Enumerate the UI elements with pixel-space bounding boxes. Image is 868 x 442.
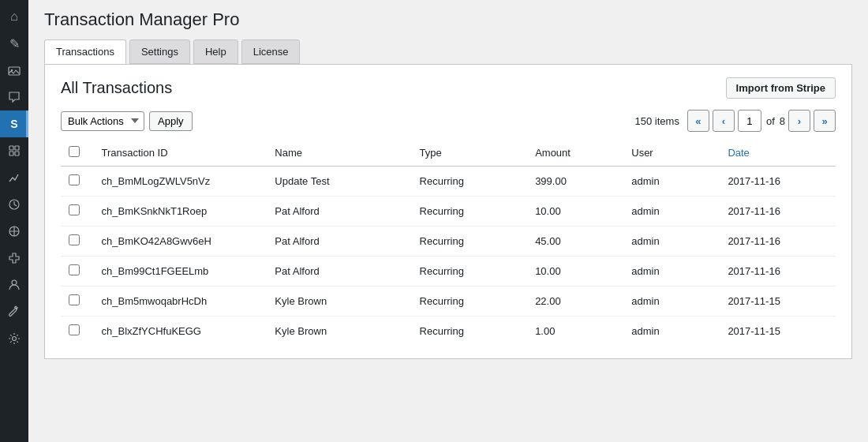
cell-id-0: ch_BmMLogZWLV5nVz xyxy=(94,167,268,197)
pagination: 150 items « ‹ of 8 › » xyxy=(635,110,836,132)
cell-user-0: admin xyxy=(623,167,720,197)
cell-amount-1: 10.00 xyxy=(527,197,623,227)
items-count: 150 items xyxy=(635,115,679,127)
cell-id-3: ch_Bm99Ct1FGEELmb xyxy=(94,257,268,287)
page-of-label: of xyxy=(766,115,775,127)
tab-help[interactable]: Help xyxy=(193,39,238,64)
svg-point-7 xyxy=(12,280,17,285)
col-header-type: Type xyxy=(412,140,528,167)
svg-rect-2 xyxy=(9,146,13,150)
cell-name-4: Kyle Brown xyxy=(267,287,411,317)
analytics-icon[interactable] xyxy=(0,164,28,191)
col-header-user: User xyxy=(623,140,720,167)
row-checkbox-0[interactable] xyxy=(69,174,80,185)
cell-date-4: 2017-11-15 xyxy=(720,287,836,317)
media-icon[interactable] xyxy=(0,57,28,84)
col-header-id: Transaction ID xyxy=(94,140,268,167)
row-checkbox-3[interactable] xyxy=(69,264,80,275)
cell-date-3: 2017-11-16 xyxy=(720,257,836,287)
page-title: Transaction Manager Pro xyxy=(44,9,852,30)
tools-icon[interactable] xyxy=(0,298,28,325)
col-header-amount: Amount xyxy=(527,140,623,167)
import-from-stripe-button[interactable]: Import from Stripe xyxy=(726,77,836,99)
tab-transactions[interactable]: Transactions xyxy=(44,39,126,64)
table-row: ch_BmMLogZWLV5nVz Update Test Recurring … xyxy=(61,167,836,197)
cell-amount-0: 399.00 xyxy=(527,167,623,197)
cell-amount-3: 10.00 xyxy=(527,257,623,287)
cell-id-5: ch_BlxZfYCHfuKEGG xyxy=(94,317,268,346)
cell-user-2: admin xyxy=(623,227,720,257)
section-title: All Transactions xyxy=(61,79,172,97)
cell-id-2: ch_BmKO42A8Gwv6eH xyxy=(94,227,268,257)
row-checkbox-4[interactable] xyxy=(69,294,80,305)
last-page-button[interactable]: » xyxy=(814,110,836,132)
cell-type-3: Recurring xyxy=(412,257,528,287)
svg-rect-5 xyxy=(15,152,19,155)
row-checkbox-1[interactable] xyxy=(69,204,80,215)
apply-button[interactable]: Apply xyxy=(149,111,193,131)
table-row: ch_BlxZfYCHfuKEGG Kyle Brown Recurring 1… xyxy=(61,317,836,346)
svg-point-8 xyxy=(13,337,17,341)
col-header-name: Name xyxy=(267,140,411,167)
cell-name-5: Kyle Brown xyxy=(267,317,411,346)
table-row: ch_BmKO42A8Gwv6eH Pat Alford Recurring 4… xyxy=(61,227,836,257)
select-all-checkbox[interactable] xyxy=(69,146,80,157)
bulk-actions-select[interactable]: Bulk Actions xyxy=(61,111,144,131)
cell-id-1: ch_BmKSnkNkT1Roep xyxy=(94,197,268,227)
cell-user-4: admin xyxy=(623,287,720,317)
cell-date-0: 2017-11-16 xyxy=(720,167,836,197)
cell-user-3: admin xyxy=(623,257,720,287)
sidebar: ⌂ ✎ S xyxy=(0,0,28,442)
cell-type-5: Recurring xyxy=(412,317,528,346)
toolbar-left: Bulk Actions Apply xyxy=(61,111,193,131)
svg-rect-3 xyxy=(15,146,19,150)
cell-amount-2: 45.00 xyxy=(527,227,623,257)
row-checkbox-2[interactable] xyxy=(69,234,80,245)
cell-amount-4: 22.00 xyxy=(527,287,623,317)
cell-date-5: 2017-11-15 xyxy=(720,317,836,346)
cell-name-2: Pat Alford xyxy=(267,227,411,257)
row-checkbox-5[interactable] xyxy=(69,324,80,335)
cell-user-5: admin xyxy=(623,317,720,346)
cell-type-4: Recurring xyxy=(412,287,528,317)
cell-name-0: Update Test xyxy=(267,167,411,197)
page-total: 8 xyxy=(780,115,785,127)
cell-type-1: Recurring xyxy=(412,197,528,227)
table-row: ch_BmKSnkNkT1Roep Pat Alford Recurring 1… xyxy=(61,197,836,227)
section-header: All Transactions Import from Stripe xyxy=(61,77,836,99)
cell-type-2: Recurring xyxy=(412,227,528,257)
cell-date-2: 2017-11-16 xyxy=(720,227,836,257)
tab-settings[interactable]: Settings xyxy=(129,39,190,64)
marketing-icon[interactable] xyxy=(0,191,28,218)
main-content: Transaction Manager Pro Transactions Set… xyxy=(28,0,868,442)
products-icon[interactable] xyxy=(0,137,28,164)
appearance-icon[interactable] xyxy=(0,218,28,245)
toolbar: Bulk Actions Apply 150 items « ‹ of 8 › … xyxy=(61,110,836,132)
content-area: All Transactions Import from Stripe Bulk… xyxy=(44,64,852,359)
tab-license[interactable]: License xyxy=(241,39,301,64)
users-icon[interactable] xyxy=(0,272,28,298)
tab-bar: Transactions Settings Help License xyxy=(44,39,852,64)
first-page-button[interactable]: « xyxy=(687,110,709,132)
transactions-table: Transaction ID Name Type Amount User Dat… xyxy=(61,140,836,346)
cell-user-1: admin xyxy=(623,197,720,227)
table-row: ch_Bm99Ct1FGEELmb Pat Alford Recurring 1… xyxy=(61,257,836,287)
woocommerce-icon[interactable]: S xyxy=(0,110,28,137)
cell-id-4: ch_Bm5mwoqabrHcDh xyxy=(94,287,268,317)
dashboard-icon[interactable]: ⌂ xyxy=(0,3,28,30)
prev-page-button[interactable]: ‹ xyxy=(713,110,735,132)
comments-icon[interactable] xyxy=(0,84,28,110)
cell-type-0: Recurring xyxy=(412,167,528,197)
settings-icon[interactable] xyxy=(0,325,28,352)
svg-rect-0 xyxy=(9,67,20,75)
next-page-button[interactable]: › xyxy=(788,110,810,132)
col-header-date[interactable]: Date xyxy=(720,140,836,167)
cell-name-3: Pat Alford xyxy=(267,257,411,287)
plugins-icon[interactable] xyxy=(0,245,28,272)
table-row: ch_Bm5mwoqabrHcDh Kyle Brown Recurring 2… xyxy=(61,287,836,317)
cell-amount-5: 1.00 xyxy=(527,317,623,346)
page-number-input[interactable] xyxy=(738,110,761,132)
posts-icon[interactable]: ✎ xyxy=(0,30,28,57)
cell-date-1: 2017-11-16 xyxy=(720,197,836,227)
svg-rect-4 xyxy=(9,152,13,155)
